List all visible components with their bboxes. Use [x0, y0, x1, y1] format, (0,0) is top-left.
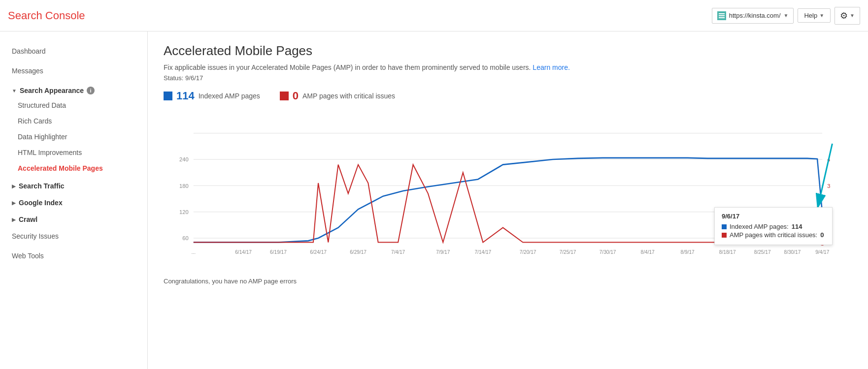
- app-title: Search Console: [8, 9, 85, 22]
- info-icon: i: [87, 87, 95, 94]
- chart-container: 60 120 180 240 1 2 3 4 ... 6/14/17 6/19/…: [164, 112, 852, 270]
- learn-more-link[interactable]: Learn more.: [533, 63, 569, 71]
- site-icon-lines: [719, 13, 725, 18]
- svg-text:6/24/17: 6/24/17: [310, 249, 327, 255]
- tooltip-date: 9/6/17: [722, 213, 825, 220]
- page-description: Fix applicable issues in your Accelerate…: [164, 63, 852, 71]
- svg-text:8/4/17: 8/4/17: [641, 249, 655, 255]
- status-line: Status: 9/6/17: [164, 74, 852, 82]
- site-dropdown-arrow: ▼: [784, 13, 789, 18]
- sidebar-sub-rich-cards[interactable]: Rich Cards: [0, 113, 147, 129]
- svg-text:8/9/17: 8/9/17: [681, 249, 695, 255]
- tooltip-issues-label: AMP pages with critical issues:: [730, 231, 817, 239]
- svg-text:8/18/17: 8/18/17: [719, 249, 736, 255]
- svg-text:7/30/17: 7/30/17: [600, 249, 616, 255]
- tooltip-indexed-label: Indexed AMP pages:: [730, 223, 789, 230]
- description-text: Fix applicable issues in your Accelerate…: [164, 63, 531, 71]
- indexed-count: 114: [176, 90, 195, 102]
- svg-text:6/29/17: 6/29/17: [350, 249, 367, 255]
- header-controls: https://kinsta.com/ ▼ Help ▼ ⚙ ▼: [712, 7, 860, 25]
- sidebar-sub-html-improvements[interactable]: HTML Improvements: [0, 145, 147, 160]
- svg-text:120: 120: [179, 209, 189, 215]
- svg-text:180: 180: [179, 183, 189, 188]
- tooltip-issues-swatch: [722, 233, 727, 238]
- svg-text:7/9/17: 7/9/17: [436, 249, 450, 255]
- site-url: https://kinsta.com/: [729, 12, 781, 19]
- sidebar-sub-data-highlighter[interactable]: Data Highlighter: [0, 129, 147, 145]
- main-content: Accelerated Mobile Pages Fix applicable …: [148, 31, 868, 369]
- chart-svg: 60 120 180 240 1 2 3 4 ... 6/14/17 6/19/…: [164, 112, 852, 270]
- site-icon: [717, 11, 726, 20]
- indexed-label: Indexed AMP pages: [199, 92, 260, 100]
- indexed-metric: 114 Indexed AMP pages: [164, 90, 260, 102]
- svg-text:8/25/17: 8/25/17: [754, 249, 771, 255]
- gear-icon: ⚙: [840, 10, 848, 21]
- sidebar-section-crawl[interactable]: Crawl: [0, 210, 147, 226]
- tooltip-indexed-value: 114: [792, 223, 802, 230]
- svg-text:3: 3: [827, 183, 830, 188]
- tooltip-indexed-swatch: [722, 224, 727, 229]
- sidebar-sub-amp[interactable]: Accelerated Mobile Pages: [0, 160, 147, 176]
- svg-text:7/25/17: 7/25/17: [560, 249, 576, 255]
- issues-count: 0: [293, 90, 299, 102]
- svg-text:6/19/17: 6/19/17: [270, 249, 287, 255]
- help-button[interactable]: Help ▼: [798, 8, 831, 23]
- sidebar: Dashboard Messages Search Appearance i S…: [0, 31, 148, 369]
- congrats-text: Congratulations, you have no AMP page er…: [164, 277, 852, 285]
- svg-text:7/14/17: 7/14/17: [474, 249, 491, 255]
- sidebar-section-search-appearance[interactable]: Search Appearance i: [0, 81, 147, 97]
- svg-text:7/20/17: 7/20/17: [520, 249, 536, 255]
- header: Search Console https://kinsta.com/ ▼ Hel…: [0, 0, 868, 31]
- settings-dropdown-arrow: ▼: [850, 13, 855, 18]
- svg-text:240: 240: [179, 156, 189, 162]
- page-title: Accelerated Mobile Pages: [164, 43, 852, 59]
- svg-text:8/30/17: 8/30/17: [784, 249, 801, 255]
- sidebar-section-label: Search Appearance: [20, 87, 84, 94]
- site-selector[interactable]: https://kinsta.com/ ▼: [712, 8, 794, 24]
- sidebar-item-web-tools[interactable]: Web Tools: [0, 246, 147, 266]
- help-label: Help: [804, 12, 817, 19]
- svg-text:60: 60: [182, 235, 188, 241]
- tooltip-issues-row: AMP pages with critical issues: 0: [722, 231, 825, 239]
- sidebar-section-google-index[interactable]: Google Index: [0, 193, 147, 210]
- issues-swatch: [280, 92, 289, 100]
- svg-text:...: ...: [192, 249, 196, 255]
- svg-text:6/14/17: 6/14/17: [235, 249, 252, 255]
- issues-label: AMP pages with critical issues: [302, 92, 395, 100]
- settings-button[interactable]: ⚙ ▼: [835, 7, 860, 25]
- help-dropdown-arrow: ▼: [819, 13, 824, 18]
- layout: Dashboard Messages Search Appearance i S…: [0, 31, 868, 369]
- tooltip-issues-value: 0: [820, 231, 824, 239]
- issues-metric: 0 AMP pages with critical issues: [280, 90, 395, 102]
- indexed-swatch: [164, 92, 172, 100]
- svg-text:9/4/17: 9/4/17: [815, 249, 829, 255]
- tooltip-indexed-row: Indexed AMP pages: 114: [722, 223, 825, 230]
- svg-text:7/4/17: 7/4/17: [391, 249, 405, 255]
- sidebar-item-security-issues[interactable]: Security Issues: [0, 226, 147, 246]
- sidebar-section-search-traffic[interactable]: Search Traffic: [0, 176, 147, 193]
- sidebar-item-dashboard[interactable]: Dashboard: [0, 41, 147, 61]
- metrics-row: 114 Indexed AMP pages 0 AMP pages with c…: [164, 90, 852, 102]
- sidebar-sub-structured-data[interactable]: Structured Data: [0, 97, 147, 113]
- chart-tooltip: 9/6/17 Indexed AMP pages: 114 AMP pages …: [714, 207, 833, 245]
- sidebar-item-messages[interactable]: Messages: [0, 61, 147, 81]
